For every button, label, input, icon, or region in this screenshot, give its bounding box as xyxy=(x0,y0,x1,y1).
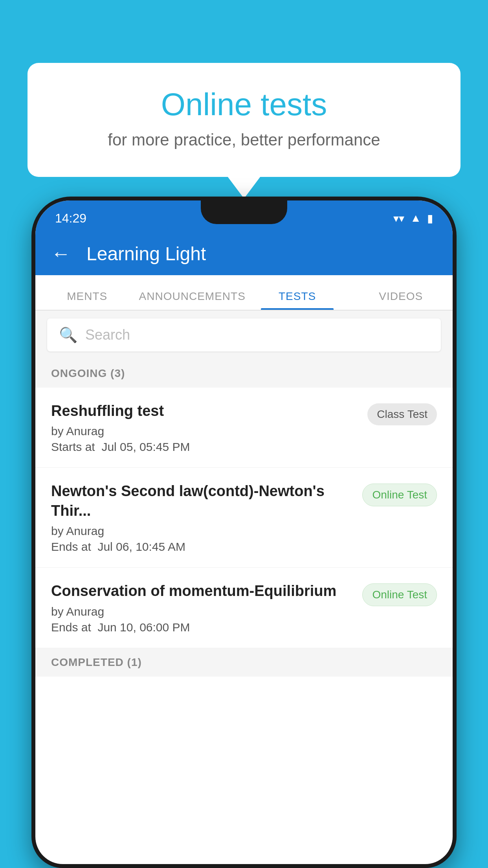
search-container: 🔍 Search xyxy=(35,311,453,359)
test-name-2: Newton's Second law(contd)-Newton's Thir… xyxy=(51,482,354,520)
test-name-3: Conservation of momentum-Equilibrium xyxy=(51,581,354,601)
status-time: 14:29 xyxy=(55,211,86,226)
test-info-3: Conservation of momentum-Equilibrium by … xyxy=(51,581,354,634)
test-author-3: by Anurag xyxy=(51,605,354,618)
search-bar[interactable]: 🔍 Search xyxy=(47,318,441,351)
test-author-1: by Anurag xyxy=(51,425,360,438)
bubble-title: Online tests xyxy=(59,86,429,123)
search-placeholder: Search xyxy=(85,327,130,343)
list-item[interactable]: Newton's Second law(contd)-Newton's Thir… xyxy=(35,468,453,568)
signal-icon: ▲ xyxy=(410,212,421,224)
test-author-2: by Anurag xyxy=(51,524,354,538)
phone-inner: 14:29 ▾▾ ▲ ▮ ← Learning Light MENTS ANNO… xyxy=(35,200,453,864)
test-name-1: Reshuffling test xyxy=(51,401,360,421)
tabs-bar: MENTS ANNOUNCEMENTS TESTS VIDEOS xyxy=(35,275,453,311)
app-bar: ← Learning Light xyxy=(35,232,453,275)
test-badge-3: Online Test xyxy=(362,583,437,606)
search-icon: 🔍 xyxy=(59,326,77,344)
battery-icon: ▮ xyxy=(427,212,433,225)
bubble-subtitle: for more practice, better performance xyxy=(59,131,429,149)
test-badge-1: Class Test xyxy=(367,403,437,425)
test-date-3: Ends at Jun 10, 06:00 PM xyxy=(51,621,354,634)
list-item[interactable]: Reshuffling test by Anurag Starts at Jul… xyxy=(35,388,453,468)
tab-tests[interactable]: TESTS xyxy=(246,290,349,310)
test-info-2: Newton's Second law(contd)-Newton's Thir… xyxy=(51,482,354,554)
ongoing-section-header: ONGOING (3) xyxy=(35,359,453,388)
completed-section-header: COMPLETED (1) xyxy=(35,648,453,677)
wifi-icon: ▾▾ xyxy=(393,212,404,225)
test-date-1: Starts at Jul 05, 05:45 PM xyxy=(51,440,360,454)
notch xyxy=(201,200,287,224)
tab-ments[interactable]: MENTS xyxy=(35,290,139,310)
status-icons: ▾▾ ▲ ▮ xyxy=(393,212,433,225)
test-info-1: Reshuffling test by Anurag Starts at Jul… xyxy=(51,401,360,454)
phone-frame: 14:29 ▾▾ ▲ ▮ ← Learning Light MENTS ANNO… xyxy=(31,197,457,868)
app-title: Learning Light xyxy=(86,243,206,265)
tab-videos[interactable]: VIDEOS xyxy=(349,290,453,310)
test-date-2: Ends at Jul 06, 10:45 AM xyxy=(51,540,354,554)
tab-announcements[interactable]: ANNOUNCEMENTS xyxy=(139,290,246,310)
back-button[interactable]: ← xyxy=(51,242,71,265)
test-badge-2: Online Test xyxy=(362,484,437,506)
speech-bubble: Online tests for more practice, better p… xyxy=(28,63,460,177)
list-item[interactable]: Conservation of momentum-Equilibrium by … xyxy=(35,568,453,648)
